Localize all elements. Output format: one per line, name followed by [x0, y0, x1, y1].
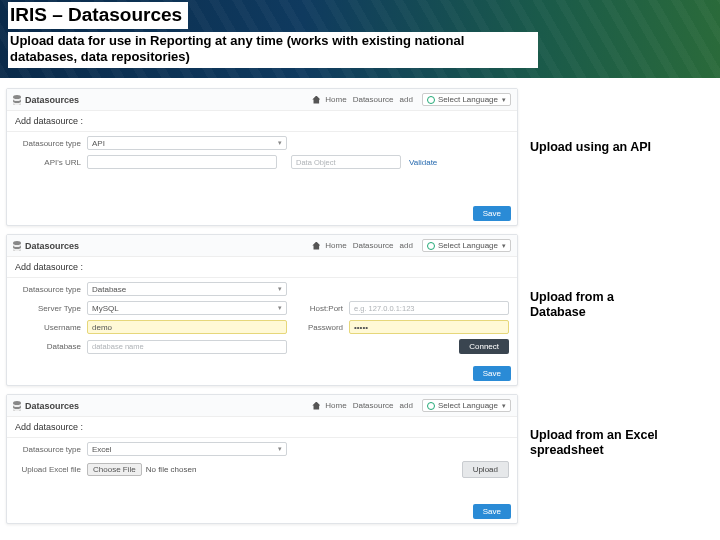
panel-title: Datasources: [25, 401, 79, 411]
section-heading: Add datasource :: [7, 257, 517, 278]
input-api-url[interactable]: [87, 155, 277, 169]
panel-header: Datasources Home Datasource add Select L…: [7, 235, 517, 257]
globe-icon: [427, 242, 435, 250]
validate-link[interactable]: Validate: [409, 158, 437, 167]
database-icon: [13, 95, 21, 105]
label-datasource-type: Datasource type: [15, 445, 87, 454]
label-datasource-type: Datasource type: [15, 139, 87, 148]
label-password: Password: [301, 323, 349, 332]
input-database[interactable]: database name: [87, 340, 287, 354]
annotation-api: Upload using an API: [530, 140, 660, 155]
language-selector[interactable]: Select Language ▾: [422, 93, 511, 106]
panel-header: Datasources Home Datasource add Select L…: [7, 395, 517, 417]
choose-file-button[interactable]: Choose File: [87, 463, 142, 476]
language-label: Select Language: [438, 241, 498, 250]
section-heading: Add datasource :: [7, 111, 517, 132]
label-hostport: Host:Port: [301, 304, 349, 313]
save-button[interactable]: Save: [473, 206, 511, 221]
globe-icon: [427, 96, 435, 104]
slide-banner: IRIS – Datasources Upload data for use i…: [0, 0, 720, 78]
select-datasource-type[interactable]: Excel▾: [87, 442, 287, 456]
breadcrumb-ds[interactable]: Datasource: [353, 401, 394, 410]
select-server-type[interactable]: MySQL▾: [87, 301, 287, 315]
breadcrumb-home[interactable]: Home: [325, 241, 346, 250]
label-datasource-type: Datasource type: [15, 285, 87, 294]
panel-api: Datasources Home Datasource add Select L…: [6, 88, 518, 226]
save-button[interactable]: Save: [473, 366, 511, 381]
annotation-excel: Upload from an Excel spreadsheet: [530, 428, 660, 458]
annotation-database: Upload from a Database: [530, 290, 660, 320]
connect-button[interactable]: Connect: [459, 339, 509, 354]
home-icon[interactable]: [312, 96, 320, 104]
panel-title: Datasources: [25, 241, 79, 251]
database-icon: [13, 241, 21, 251]
upload-button[interactable]: Upload: [462, 461, 509, 478]
banner-subtitle: Upload data for use in Reporting at any …: [8, 32, 538, 68]
input-hostport[interactable]: e.g. 127.0.0.1:123: [349, 301, 509, 315]
input-data-object[interactable]: Data Object: [291, 155, 401, 169]
panel-excel: Datasources Home Datasource add Select L…: [6, 394, 518, 524]
input-username[interactable]: demo: [87, 320, 287, 334]
select-datasource-type[interactable]: API▾: [87, 136, 287, 150]
panel-title: Datasources: [25, 95, 79, 105]
file-chosen-text: No file chosen: [146, 465, 197, 474]
label-database: Database: [15, 342, 87, 351]
chevron-down-icon: ▾: [278, 304, 282, 312]
select-datasource-type[interactable]: Database▾: [87, 282, 287, 296]
home-icon[interactable]: [312, 402, 320, 410]
language-label: Select Language: [438, 401, 498, 410]
panel-header: Datasources Home Datasource add Select L…: [7, 89, 517, 111]
label-upload-file: Upload Excel file: [15, 465, 87, 474]
breadcrumb-home[interactable]: Home: [325, 95, 346, 104]
label-username: Username: [15, 323, 87, 332]
chevron-down-icon: ▾: [502, 242, 506, 250]
banner-title: IRIS – Datasources: [8, 2, 188, 29]
breadcrumb-home[interactable]: Home: [325, 401, 346, 410]
input-password[interactable]: •••••: [349, 320, 509, 334]
breadcrumb-add: add: [400, 241, 413, 250]
chevron-down-icon: ▾: [278, 139, 282, 147]
label-api-url: API's URL: [15, 158, 87, 167]
chevron-down-icon: ▾: [278, 445, 282, 453]
label-server-type: Server Type: [15, 304, 87, 313]
globe-icon: [427, 402, 435, 410]
language-label: Select Language: [438, 95, 498, 104]
chevron-down-icon: ▾: [278, 285, 282, 293]
chevron-down-icon: ▾: [502, 402, 506, 410]
breadcrumb-ds[interactable]: Datasource: [353, 241, 394, 250]
panel-database: Datasources Home Datasource add Select L…: [6, 234, 518, 386]
breadcrumb-add: add: [400, 95, 413, 104]
breadcrumb-add: add: [400, 401, 413, 410]
language-selector[interactable]: Select Language ▾: [422, 399, 511, 412]
language-selector[interactable]: Select Language ▾: [422, 239, 511, 252]
home-icon[interactable]: [312, 242, 320, 250]
save-button[interactable]: Save: [473, 504, 511, 519]
chevron-down-icon: ▾: [502, 96, 506, 104]
section-heading: Add datasource :: [7, 417, 517, 438]
database-icon: [13, 401, 21, 411]
breadcrumb-ds[interactable]: Datasource: [353, 95, 394, 104]
